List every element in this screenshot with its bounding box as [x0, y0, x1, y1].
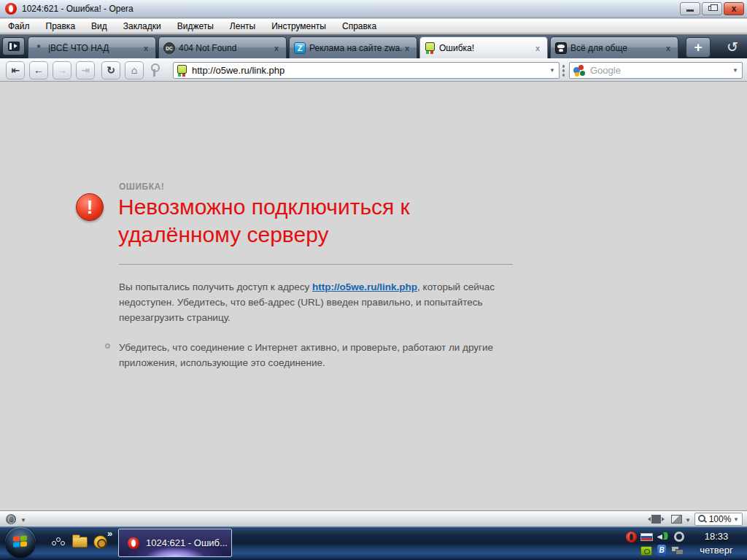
- error-divider: [119, 264, 513, 265]
- start-button[interactable]: [5, 527, 36, 558]
- google-icon: [573, 65, 585, 77]
- desktop-screen: 1024:621 - Ошибка! - Opera x Файл Правка…: [0, 0, 747, 560]
- quicklaunch-mascot-icon[interactable]: [93, 535, 107, 549]
- tab-label: Ошибка!: [439, 43, 533, 53]
- tab-label: 404 Not Found: [179, 43, 271, 53]
- windows-logo-icon: [13, 535, 28, 548]
- back-button[interactable]: ←: [29, 61, 48, 79]
- system-tray: B: [622, 526, 694, 560]
- z-favicon: Z: [294, 42, 306, 54]
- images-dropdown-icon[interactable]: ▼: [685, 517, 691, 524]
- navigation-toolbar: ⇤ ← → ⇥ ↻ ⌂ http://o5we.ru/link.php ▼ Go…: [0, 58, 747, 82]
- error-heading: Невозможно подключиться к удалённому сер…: [118, 193, 527, 249]
- dc-favicon: DC: [163, 42, 175, 54]
- menu-view[interactable]: Вид: [85, 19, 114, 34]
- wand-key-icon[interactable]: [150, 63, 158, 77]
- menu-tools[interactable]: Инструменты: [265, 19, 333, 34]
- tab-reklama[interactable]: Z Реклама на сайте zwa... x: [289, 36, 417, 58]
- home-button[interactable]: ⌂: [125, 61, 144, 79]
- tab-close-icon[interactable]: x: [141, 44, 151, 52]
- tray-volume-icon[interactable]: [657, 532, 670, 542]
- tray-update-icon[interactable]: [674, 532, 684, 542]
- tab-label: |ВСЁ ЧТО НАД: [48, 43, 141, 53]
- tab-vse-dlya-obshe[interactable]: Всё для обще x: [550, 36, 678, 58]
- tab-label: Реклама на сайте zwa...: [309, 43, 402, 53]
- error-paragraph: Вы попытались получить доступ к адресу h…: [119, 279, 495, 325]
- toolbar-splitter-handle[interactable]: [562, 64, 565, 77]
- close-button[interactable]: x: [724, 2, 744, 15]
- address-bar[interactable]: http://o5we.ru/link.php ▼: [173, 62, 560, 79]
- tray-opera-icon[interactable]: [626, 532, 637, 542]
- tab-error-active[interactable]: Ошибка! x: [419, 36, 548, 58]
- quicklaunch-overflow-chevron[interactable]: »: [107, 528, 112, 539]
- tab-404-not-found[interactable]: DC 404 Not Found x: [158, 36, 287, 58]
- menu-widgets[interactable]: Виджеты: [171, 19, 220, 34]
- reload-button[interactable]: ↻: [101, 61, 120, 79]
- view-mode-globe-icon[interactable]: [6, 514, 16, 524]
- restore-icon: [708, 6, 714, 11]
- error-text-pre: Вы попытались получить доступ к адресу: [119, 281, 312, 292]
- tray-network-icon[interactable]: [671, 546, 686, 556]
- error-url-link[interactable]: http://o5we.ru/link.php: [312, 281, 417, 292]
- menu-bookmarks[interactable]: Закладки: [117, 19, 168, 34]
- view-mode-dropdown-icon[interactable]: ▼: [20, 517, 26, 524]
- forward-button[interactable]: →: [53, 61, 71, 79]
- window-controls: x: [680, 2, 744, 15]
- rewind-button[interactable]: ⇤: [6, 61, 25, 79]
- page-favicon: [425, 42, 436, 54]
- address-dropdown-icon[interactable]: ▼: [546, 67, 559, 74]
- tray-language-flag-icon[interactable]: [640, 533, 653, 541]
- tab-close-icon[interactable]: x: [663, 44, 673, 52]
- menu-file[interactable]: Файл: [1, 19, 36, 34]
- address-input[interactable]: http://o5we.ru/link.php: [192, 65, 546, 76]
- search-field[interactable]: Google ▼: [569, 62, 743, 79]
- minimize-icon: [686, 9, 694, 12]
- clock-time: 18:33: [690, 531, 743, 542]
- images-toggle-icon[interactable]: [671, 515, 682, 524]
- error-label: ОШИБКА!: [119, 182, 164, 192]
- fast-forward-button[interactable]: ⇥: [76, 61, 95, 79]
- magnifier-icon: [698, 515, 707, 524]
- windows-taskbar: » 1024:621 - Ошиб... B 18:33 четверг: [0, 526, 747, 560]
- panels-toggle-button[interactable]: [2, 37, 25, 55]
- status-bar: ▼ ▼ 100% ▼: [0, 510, 747, 526]
- tray-nvidia-icon[interactable]: [640, 546, 652, 556]
- error-bullet-text: Убедитесь, что соединение с Интернет акт…: [119, 340, 506, 370]
- restore-button[interactable]: [702, 2, 722, 15]
- quicklaunch-folder-icon[interactable]: [72, 537, 88, 548]
- menu-edit[interactable]: Правка: [39, 19, 82, 34]
- menu-bar: Файл Правка Вид Закладки Виджеты Ленты И…: [0, 19, 747, 34]
- bullet-icon: [105, 343, 110, 349]
- tab-close-icon[interactable]: x: [271, 44, 282, 52]
- tab-close-icon[interactable]: x: [533, 44, 543, 52]
- tray-clock[interactable]: 18:33 четверг: [690, 526, 743, 560]
- tab-bar: * |ВСЁ ЧТО НАД x DC 404 Not Found x Z Ре…: [0, 34, 747, 58]
- search-input[interactable]: Google: [590, 65, 729, 76]
- menu-help[interactable]: Справка: [336, 19, 383, 34]
- taskbar-window-button[interactable]: 1024:621 - Ошиб...: [118, 529, 232, 557]
- minimize-button[interactable]: [680, 2, 700, 15]
- tabs-strip: * |ВСЁ ЧТО НАД x DC 404 Not Found x Z Ре…: [28, 36, 681, 58]
- reopen-closed-tabs-icon[interactable]: ↺: [721, 37, 744, 58]
- zoom-level-value: 100%: [707, 514, 733, 524]
- panels-icon: [8, 42, 20, 51]
- clock-day: четверг: [690, 545, 743, 556]
- tab-close-icon[interactable]: x: [402, 44, 412, 52]
- tray-bluetooth-icon[interactable]: B: [657, 545, 666, 556]
- page-content: ! ОШИБКА! Невозможно подключиться к удал…: [0, 82, 747, 510]
- taskbar-window-label: 1024:621 - Ошиб...: [146, 537, 228, 548]
- mask-favicon: [555, 42, 567, 54]
- zoom-dropdown-icon[interactable]: ▼: [733, 516, 739, 523]
- error-icon: !: [76, 193, 104, 221]
- search-dropdown-icon[interactable]: ▼: [729, 67, 742, 74]
- new-tab-button[interactable]: +: [686, 37, 711, 58]
- opera-taskbar-icon: [128, 537, 139, 549]
- address-page-favicon: [177, 65, 187, 77]
- fit-to-width-icon[interactable]: [651, 515, 661, 524]
- tab-vse-chto-nad[interactable]: * |ВСЁ ЧТО НАД x: [28, 36, 156, 58]
- window-title: 1024:621 - Ошибка! - Opera: [22, 0, 133, 18]
- zoom-control[interactable]: 100% ▼: [694, 513, 743, 526]
- window-titlebar: 1024:621 - Ошибка! - Opera x: [0, 0, 747, 18]
- menu-feeds[interactable]: Ленты: [223, 19, 262, 34]
- quicklaunch-rings-icon[interactable]: [52, 537, 68, 548]
